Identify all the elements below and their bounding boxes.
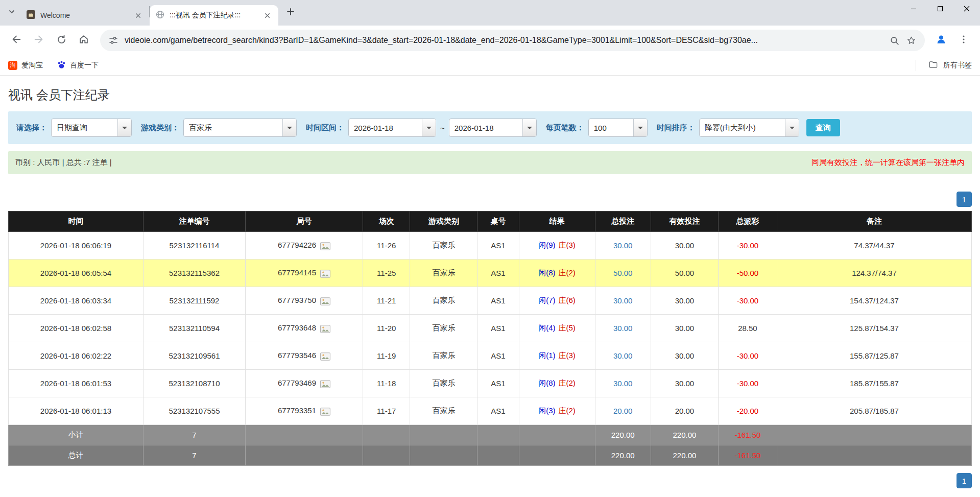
page-content: 视讯 会员下注纪录 请选择： 日期查询 游戏类别： 百家乐 时间区间： 2026…	[0, 76, 980, 497]
cell-time: 2026-01-18 06:01:13	[9, 397, 144, 425]
pagination-top: 1	[8, 192, 972, 207]
round-image-button[interactable]	[320, 352, 330, 361]
game-kind-select[interactable]: 百家乐	[183, 119, 297, 137]
header-total-bet: 总投注	[595, 211, 651, 232]
tab-close-button[interactable]	[133, 10, 143, 20]
total-valid-bet: 220.00	[651, 445, 718, 466]
total-bet-link[interactable]: 30.00	[613, 241, 633, 250]
reload-button[interactable]	[51, 30, 71, 51]
total-bet-link[interactable]: 50.00	[613, 269, 633, 277]
tab-bet-record[interactable]: :::视讯 会员下注纪录:::	[150, 5, 278, 26]
browser-toolbar: videoie.com/game/betrecord_search/kind3?…	[0, 26, 980, 55]
header-game-kind: 游戏类别	[410, 211, 477, 232]
bookmark-baidu[interactable]: 百度一下	[57, 60, 99, 70]
round-image-button[interactable]	[320, 408, 330, 416]
bookmarks-divider	[916, 60, 916, 71]
header-table-no: 桌号	[477, 211, 519, 232]
plus-icon	[285, 7, 296, 19]
page-1-button[interactable]: 1	[957, 473, 972, 488]
close-window-button[interactable]	[953, 0, 980, 18]
cell-bet-no: 523132109561	[144, 342, 246, 370]
chevron-down-icon[interactable]	[785, 119, 799, 136]
cell-bet-no: 523132115362	[144, 259, 246, 287]
cell-round-no: 677793648	[245, 315, 363, 342]
site-settings-icon[interactable]	[108, 35, 118, 45]
cell-time: 2026-01-18 06:05:54	[9, 259, 144, 287]
cell-time: 2026-01-18 06:06:19	[9, 232, 144, 259]
page-1-button[interactable]: 1	[957, 192, 972, 207]
home-icon	[78, 34, 89, 47]
round-image-button[interactable]	[320, 325, 330, 333]
chevron-down-icon[interactable]	[282, 119, 296, 136]
forward-button[interactable]	[29, 30, 49, 51]
search-button[interactable]: 查询	[806, 119, 840, 136]
bookmark-star-button[interactable]	[906, 35, 917, 46]
cell-result: 闲(8)庄(2)	[519, 370, 595, 397]
header-bet-no: 注单编号	[144, 211, 246, 232]
chevron-down-icon[interactable]	[117, 119, 131, 136]
minimize-button[interactable]	[900, 0, 927, 18]
window-controls	[900, 0, 980, 18]
subtotal-row: 小计 7 220.00 220.00 -161.50	[9, 425, 972, 445]
table-body: 2026-01-18 06:06:19 523132116114 6777942…	[9, 232, 972, 425]
per-page-select[interactable]: 100	[588, 119, 648, 137]
cell-payout: -30.00	[718, 232, 777, 259]
menu-button[interactable]	[953, 30, 974, 51]
total-bet-link[interactable]: 30.00	[613, 351, 633, 360]
per-page-label: 每页笔数：	[546, 123, 584, 133]
cell-bet-no: 523132108710	[144, 370, 246, 397]
tab-search-button[interactable]	[3, 4, 20, 21]
chevron-down-icon[interactable]	[522, 119, 536, 136]
query-type-label: 请选择：	[16, 123, 47, 133]
total-bet-link[interactable]: 30.00	[613, 296, 633, 305]
cell-valid-bet: 30.00	[651, 342, 718, 370]
cell-bet-no: 523132111592	[144, 287, 246, 315]
zoom-icon[interactable]	[889, 35, 900, 46]
cell-result: 闲(8)庄(2)	[519, 259, 595, 287]
chevron-down-icon[interactable]	[633, 119, 647, 136]
cell-time: 2026-01-18 06:02:58	[9, 315, 144, 342]
table-row: 2026-01-18 06:02:22 523132109561 6777935…	[9, 342, 972, 370]
round-image-button[interactable]	[320, 270, 330, 278]
cell-game-kind: 百家乐	[410, 342, 477, 370]
round-image-button[interactable]	[320, 242, 330, 250]
cell-note: 124.37/74.37	[777, 259, 971, 287]
cell-valid-bet: 30.00	[651, 315, 718, 342]
round-image-button[interactable]	[320, 380, 330, 388]
cell-payout: -20.00	[718, 397, 777, 425]
address-bar[interactable]: videoie.com/game/betrecord_search/kind3?…	[100, 30, 925, 51]
cell-round-no: 677793750	[245, 287, 363, 315]
cell-total-bet: 50.00	[595, 259, 651, 287]
home-button[interactable]	[74, 30, 94, 51]
query-type-select[interactable]: 日期查询	[51, 119, 132, 137]
pagination-bottom: 1	[8, 473, 972, 488]
date-start-input[interactable]: 2026-01-18	[348, 119, 436, 137]
back-button[interactable]	[6, 30, 27, 51]
sort-order-select[interactable]: 降幂(由大到小)	[699, 119, 799, 137]
url-text[interactable]: videoie.com/game/betrecord_search/kind3?…	[125, 36, 883, 45]
total-row: 总计 7 220.00 220.00 -161.50	[9, 445, 972, 466]
cell-round-no: 677794145	[245, 259, 363, 287]
total-bet-link[interactable]: 30.00	[613, 379, 633, 388]
cell-result: 闲(9)庄(3)	[519, 232, 595, 259]
forward-icon	[33, 34, 44, 47]
filter-bar: 请选择： 日期查询 游戏类别： 百家乐 时间区间： 2026-01-18 ~ 2…	[8, 111, 972, 144]
chevron-down-icon[interactable]	[422, 119, 436, 136]
tab-close-button[interactable]	[262, 10, 272, 20]
date-end-input[interactable]: 2026-01-18	[449, 119, 537, 137]
cell-total-bet: 20.00	[595, 397, 651, 425]
total-bet-link[interactable]: 20.00	[613, 407, 633, 415]
profile-button[interactable]	[931, 30, 951, 51]
maximize-button[interactable]	[927, 0, 953, 18]
round-image-button[interactable]	[320, 297, 330, 305]
all-bookmarks-button[interactable]: 所有书签	[916, 60, 972, 71]
cell-bet-no: 523132110594	[144, 315, 246, 342]
tab-welcome[interactable]: Welcome	[20, 5, 149, 26]
cell-round-no: 677794226	[245, 232, 363, 259]
new-tab-button[interactable]	[282, 5, 299, 21]
cell-payout: -50.00	[718, 259, 777, 287]
bookmarks-bar: 淘 爱淘宝 百度一下 所有书签	[0, 55, 980, 76]
bookmark-taobao[interactable]: 淘 爱淘宝	[8, 61, 43, 70]
total-total-bet: 220.00	[595, 445, 651, 466]
total-bet-link[interactable]: 30.00	[613, 324, 633, 333]
